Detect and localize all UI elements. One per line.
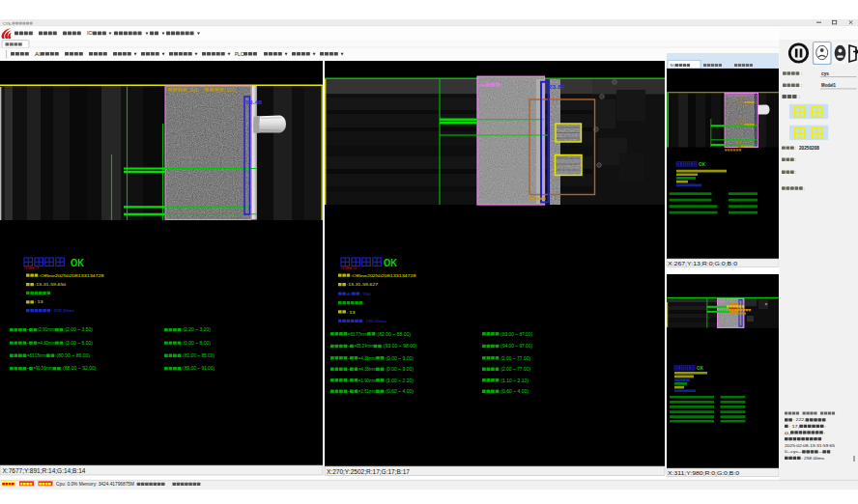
svg-text:—: — [798, 449, 803, 454]
svg-text:: 17,: : 17, [788, 424, 799, 429]
svg-text::: : [824, 431, 826, 435]
svg-text::: : [801, 83, 803, 88]
svg-text::0: :0 [352, 266, 357, 270]
svg-text:2025:02:08-13:31:59:65: 2025:02:08-13:31:59:65 [785, 443, 836, 448]
svg-text::(2.00 ~ 77.00): :(2.00 ~ 77.00) [500, 367, 530, 372]
svg-text:13-31-59-627: 13-31-59-627 [348, 282, 379, 287]
svg-text::: : [824, 424, 826, 429]
svg-text::(0.00 ~ 9.00): :(0.00 ~ 9.00) [385, 356, 415, 361]
svg-text::(2.20 ~ 3.20): :(2.20 ~ 3.20) [182, 327, 212, 332]
svg-text::93,: :93, [187, 87, 199, 93]
svg-text:: 258.00ms: : 258.00ms [801, 456, 825, 461]
svg-text:: 13: : 13 [347, 310, 357, 315]
svg-text:X:7677;Y:891;R:14;G:14;B:14: X:7677;Y:891;R:14;G:14;B:14 [3, 467, 86, 474]
svg-text:=83.77mm: =83.77mm [348, 332, 367, 337]
svg-text::(82.00 ~ 88.00): :(82.00 ~ 88.00) [376, 332, 412, 337]
svg-text:Model1: Model1 [821, 83, 836, 88]
svg-text::(1.00 ~ 2.20): :(1.00 ~ 2.20) [385, 378, 415, 383]
svg-text:OK: OK [384, 257, 398, 268]
svg-text:=95.24mm: =95.24mm [355, 344, 374, 349]
svg-text::(89.00 ~ 91.00): :(89.00 ~ 91.00) [182, 366, 214, 371]
svg-text::: : [795, 170, 797, 175]
svg-text:/2.91mm: /2.91mm [38, 327, 55, 332]
svg-text:IO: IO [87, 30, 93, 36]
svg-text:: 180.00ms: : 180.00ms [363, 319, 387, 323]
svg-text::(0.60 ~ 4.00): :(0.60 ~ 4.00) [500, 389, 529, 394]
svg-text:CYS-: CYS- [3, 21, 13, 26]
svg-text::(3.00 ~ 6.00): :(3.00 ~ 6.00) [64, 341, 94, 346]
svg-text:0,: 0, [785, 431, 790, 435]
svg-text:=4.38mm: =4.38mm [358, 356, 376, 361]
svg-text:13-31-59-650: 13-31-59-650 [36, 282, 67, 287]
svg-text::(2.00 ~ 77.00): :(2.00 ~ 77.00) [500, 356, 530, 361]
svg-text::: : [801, 71, 803, 76]
svg-text:: 766: : 766 [360, 292, 372, 296]
svg-text:=90.56mm: =90.56mm [34, 366, 53, 371]
svg-text::(0.00 ~ 8.00): :(0.00 ~ 8.00) [182, 341, 212, 346]
svg-text:OK: OK [697, 365, 703, 371]
svg-text:23.88: 23.88 [549, 83, 566, 90]
svg-text::(94.00 ~ 97.00): :(94.00 ~ 97.00) [500, 344, 532, 349]
svg-text::(83.00 ~ 87.00): :(83.00 ~ 87.00) [500, 332, 532, 337]
svg-text::(0.00 ~ 9.00): :(0.00 ~ 9.00) [385, 367, 415, 372]
svg-text:NG: NG [341, 266, 347, 270]
svg-text::(81.00 ~ 85.00): :(81.00 ~ 85.00) [182, 353, 214, 358]
svg-text:X:267;Y:13;R:0;G:0;B:0: X:267;Y:13;R:0;G:0;B:0 [668, 260, 738, 266]
svg-text:Offline20250208133134728: Offline20250208133134728 [41, 273, 105, 278]
svg-text:50.48: 50.48 [245, 98, 263, 105]
svg-text:cys: cys [821, 71, 829, 76]
svg-text:: 13: : 13 [35, 299, 44, 304]
svg-text::T: :T [35, 266, 40, 270]
svg-text:: 258.00ms: : 258.00ms [51, 308, 75, 313]
svg-text:20250208: 20250208 [799, 146, 819, 151]
svg-text:X:270;Y:2502;R:17;G:17;B:17: X:270;Y:2502;R:17;G:17;B:17 [327, 468, 410, 475]
svg-text::(88.00 ~ 92.00): :(88.00 ~ 92.00) [62, 366, 98, 371]
svg-text:: 222,: : 222, [793, 417, 806, 422]
svg-text:NG: NG [671, 63, 676, 68]
svg-text:AI: AI [35, 51, 41, 57]
svg-text::(80.00 ~ 86.00): :(80.00 ~ 86.00) [55, 353, 91, 358]
svg-text::: : [804, 186, 806, 191]
svg-text::(0.60 ~ 4.00): :(0.60 ~ 4.00) [385, 389, 415, 394]
svg-text:X:311;Y:980;R:0;G:0;B:0: X:311;Y:980;R:0;G:0;B:0 [668, 469, 740, 476]
svg-text:NG: NG [24, 266, 30, 270]
svg-text:OK: OK [699, 161, 705, 167]
svg-text::(1.10 ~ 2.10): :(1.10 ~ 2.10) [500, 378, 529, 383]
svg-text::: : [799, 94, 801, 99]
svg-text:=2.61mm: =2.61mm [358, 389, 376, 394]
svg-text::: : [795, 157, 797, 162]
svg-text:=1.90mm: =1.90mm [358, 378, 376, 383]
svg-text:=4.38mm: =4.38mm [358, 367, 376, 372]
svg-text::(93.00 ~ 98.00): :(93.00 ~ 98.00) [383, 344, 418, 349]
svg-text:OK: OK [71, 257, 85, 268]
svg-text:=83.05mm: =83.05mm [27, 353, 46, 358]
svg-text:AI: AI [347, 292, 353, 296]
svg-text:AI: AI [480, 82, 486, 88]
svg-text::(2.00 ~ 3.50): :(2.00 ~ 3.50) [64, 327, 94, 332]
svg-text::: : [795, 146, 797, 151]
svg-text:Offline20250208133134728: Offline20250208133134728 [353, 273, 417, 278]
svg-text:—: — [818, 449, 823, 454]
svg-text:=4.60mm: =4.60mm [38, 341, 55, 346]
svg-text:Cpu: 0.0% Memory: 3424.4179687: Cpu: 0.0% Memory: 3424.41796875M [56, 482, 134, 487]
svg-text::100: :100 [224, 87, 235, 93]
svg-text:PLC: PLC [235, 51, 243, 57]
